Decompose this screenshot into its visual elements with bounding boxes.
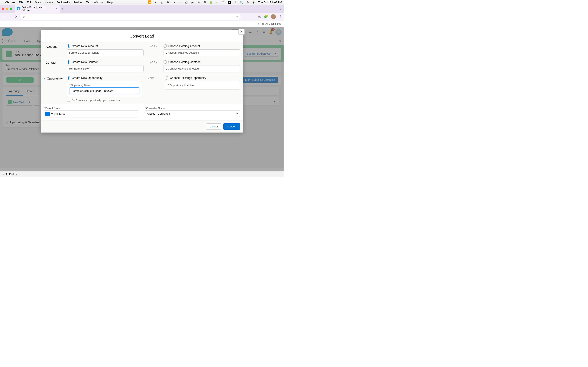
profile-avatar[interactable]	[271, 14, 276, 19]
extension-icon-1[interactable]: ◎	[258, 15, 261, 18]
window-controls[interactable]	[2, 8, 12, 10]
contact-name-input[interactable]	[67, 65, 144, 72]
skip-opportunity-checkbox[interactable]: Don't create an opportunity upon convers…	[67, 99, 142, 102]
battery-icon[interactable]: 🔋	[209, 1, 213, 4]
mac-menu-view[interactable]: View	[35, 1, 41, 4]
opportunity-name-label: Opportunity Name	[71, 84, 91, 87]
mac-menu-window[interactable]: Window	[94, 1, 103, 4]
radio-icon	[164, 60, 167, 64]
mac-menubar: Chrome File Edit View History Bookmarks …	[0, 0, 284, 5]
mac-menu-help[interactable]: Help	[107, 1, 113, 4]
contact-label: Contact	[46, 61, 56, 64]
site-settings-icon[interactable]: ⊙	[22, 15, 25, 18]
siri-icon[interactable]: ◉	[252, 1, 255, 4]
new-tab-button[interactable]: +	[61, 7, 63, 11]
mac-clock[interactable]: Thu Oct 17 6:03 PM	[258, 1, 282, 4]
tab-dropdown-icon[interactable]: ⌄	[279, 7, 282, 11]
extensions-icon[interactable]: 🧩	[264, 15, 268, 18]
chevron-right-icon[interactable]: ›	[44, 61, 44, 64]
checkbox-icon	[67, 99, 70, 102]
browser-tab[interactable]: Bertha Boxer | Lead | Salesfor… ×	[15, 5, 60, 13]
maximize-window-icon[interactable]	[10, 8, 12, 10]
menubar-icon-8[interactable]: ①	[197, 1, 200, 4]
tab-title: Bertha Boxer | Lead | Salesfor…	[21, 6, 54, 12]
menubar-icon-1[interactable]: ✦	[154, 1, 157, 4]
clear-owner-icon[interactable]: ×	[136, 113, 138, 116]
contact-section: ›Contact Create New Contact - OR - Choos…	[41, 58, 243, 74]
radio-selected-icon	[67, 76, 70, 80]
account-matches-field[interactable]: 0 Account Matches detected	[164, 49, 240, 56]
reload-button[interactable]: ⟳	[14, 15, 18, 18]
chevron-down-icon[interactable]: ⌄	[44, 77, 46, 80]
bluetooth-icon[interactable]: ᛒ	[234, 1, 237, 4]
modal-title: Convert Lead	[41, 30, 243, 42]
chrome-tab-strip: Bertha Boxer | Lead | Salesfor… × + ⌄	[0, 5, 284, 13]
choose-existing-account-radio[interactable]: Choose Existing Account	[164, 44, 240, 48]
close-window-icon[interactable]	[2, 8, 4, 10]
mic-icon[interactable]: ●	[148, 0, 151, 4]
modal-close-button[interactable]: ×	[238, 29, 245, 35]
menubar-icon-5[interactable]: ⌂	[179, 1, 182, 4]
address-bar[interactable]: ⊙ ☆	[20, 14, 241, 20]
mac-menu-profiles[interactable]: Profiles	[73, 1, 82, 4]
create-new-contact-radio[interactable]: Create New Contact	[67, 60, 144, 64]
opportunity-section: ⌄Opportunity Create New Opportunity *Opp…	[41, 74, 243, 104]
mac-menu-bookmarks[interactable]: Bookmarks	[57, 1, 70, 4]
menubar-icon-2[interactable]: ◎	[160, 1, 164, 4]
menubar-icon-9[interactable]: ⏱	[222, 1, 225, 4]
minimize-window-icon[interactable]	[6, 8, 8, 10]
mac-menu-edit[interactable]: Edit	[27, 1, 31, 4]
menubar-icon-7[interactable]: ▶	[191, 1, 194, 4]
spotlight-icon[interactable]: 🔍	[240, 1, 243, 4]
opportunity-matches-box: 0 Opportunity Matches	[165, 81, 240, 90]
or-separator: - OR -	[145, 76, 159, 102]
chevron-right-icon[interactable]: ›	[44, 45, 44, 48]
record-owner-input[interactable]: Yuval Karmi ×	[44, 110, 139, 117]
mac-menu-history[interactable]: History	[44, 1, 53, 4]
menubar-icon-3[interactable]: ⌘	[166, 1, 170, 4]
chevron-down-icon: ▾	[236, 112, 238, 115]
owner-status-row: *Record Owner Yuval Karmi × *Converted S…	[41, 104, 243, 120]
bookmarks-overflow-icon[interactable]: »	[258, 22, 259, 25]
owner-name: Yuval Karmi	[51, 113, 65, 116]
folder-icon: 🗀	[262, 22, 264, 25]
mac-menu-tab[interactable]: Tab	[86, 1, 90, 4]
radio-icon	[164, 44, 167, 48]
utility-bar: ≡ To Do List	[0, 171, 284, 177]
create-new-opportunity-radio[interactable]: Create New Opportunity	[67, 76, 142, 80]
control-center-icon[interactable]: ⚙	[246, 1, 249, 4]
modal-footer: Cancel Convert	[41, 120, 243, 133]
all-bookmarks-button[interactable]: All Bookmarks	[265, 22, 281, 25]
opportunity-name-input[interactable]	[70, 87, 139, 94]
convert-button[interactable]: Convert	[223, 123, 240, 130]
mac-menu-file[interactable]: File	[19, 1, 23, 4]
radio-icon	[165, 76, 168, 80]
salesforce-favicon-icon	[17, 7, 20, 10]
convert-lead-modal: × Convert Lead ›Account Create New Accou…	[41, 30, 243, 133]
back-button[interactable]: ←	[2, 15, 6, 18]
display-icon[interactable]: 🖥	[203, 1, 207, 4]
create-new-account-radio[interactable]: Create New Account	[67, 44, 144, 48]
menubar-icon-6[interactable]: ▢	[185, 1, 188, 4]
menubar-icon-a[interactable]: A	[228, 1, 231, 4]
cancel-button[interactable]: Cancel	[206, 123, 221, 130]
converted-status-select[interactable]: Closed - Converted ▾	[145, 110, 240, 117]
wifi-icon[interactable]: ᯤ	[215, 1, 219, 4]
todo-list-button[interactable]: To Do List	[6, 173, 17, 176]
vertical-divider	[162, 76, 162, 102]
account-name-input[interactable]	[67, 49, 144, 56]
chrome-menu-icon[interactable]: ⋮	[279, 15, 282, 18]
account-label: Account	[46, 45, 57, 48]
todo-list-icon[interactable]: ≡	[2, 173, 4, 176]
forward-button[interactable]: →	[8, 15, 12, 18]
contact-matches-field[interactable]: 0 Contact Matches detected	[164, 65, 240, 72]
tab-close-icon[interactable]: ×	[56, 7, 58, 10]
or-separator: - OR -	[146, 44, 161, 56]
choose-existing-contact-radio[interactable]: Choose Existing Contact	[164, 60, 240, 64]
menubar-icon-4[interactable]: ☁	[173, 1, 176, 4]
choose-existing-opportunity-radio[interactable]: Choose Existing Opportunity	[165, 76, 240, 80]
user-icon	[45, 112, 50, 116]
mac-app-name[interactable]: Chrome	[5, 1, 15, 4]
chrome-toolbar: ← → ⟳ ⊙ ☆ ◎ 🧩 ⋮	[0, 13, 284, 21]
bookmark-star-icon[interactable]: ☆	[236, 15, 238, 18]
